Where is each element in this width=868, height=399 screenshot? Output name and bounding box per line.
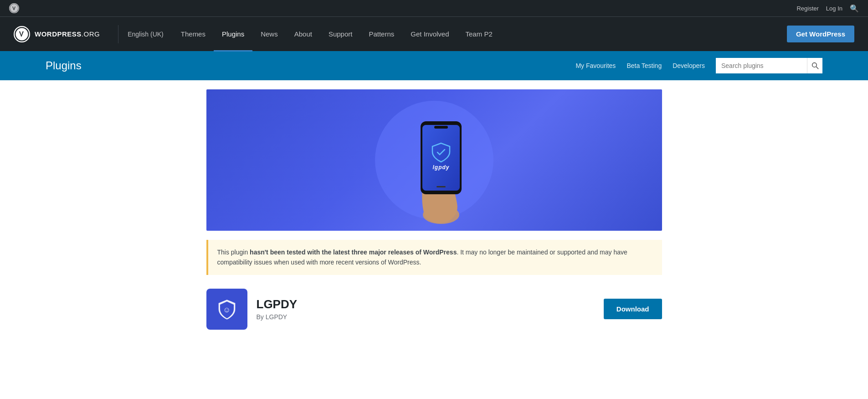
plugin-details: LGPDY By LGPDY [257,297,595,321]
plugin-search-container [716,58,822,73]
plugin-hero-image: lgpdy [375,94,493,226]
svg-text:lgpdy: lgpdy [432,164,449,171]
download-button[interactable]: Download [604,299,662,319]
plugins-sub-links: My Favourites Beta Testing Developers [575,58,822,73]
top-bar: Register Log In 🔍 [0,0,868,16]
brand-suffix: .org [82,30,100,38]
search-icon-top[interactable]: 🔍 [850,4,859,13]
search-button[interactable] [807,58,822,73]
plugin-name: LGPDY [257,297,595,311]
plugin-banner: lgpdy [206,89,662,231]
nav-about[interactable]: About [286,17,320,52]
search-input[interactable] [716,58,807,73]
main-nav: WordPress.org English (UK) Themes Plugin… [0,16,868,51]
svg-text:☺: ☺ [223,305,231,314]
plugin-icon: ☺ [206,289,247,330]
svg-line-3 [816,67,818,69]
login-link[interactable]: Log In [826,5,842,12]
top-bar-left [9,3,19,13]
plugins-page-title: Plugins [46,59,557,72]
banner-circle: lgpdy [375,101,493,219]
svg-rect-7 [422,125,460,191]
nav-team-p2[interactable]: Team P2 [457,17,501,52]
nav-plugins[interactable]: Plugins [214,17,252,52]
brand-logo[interactable]: WordPress.org [14,26,100,42]
notice-text-before: This plugin [217,249,250,256]
search-icon [812,62,819,69]
plugin-info-row: ☺ LGPDY By LGPDY Download [206,284,662,334]
wp-logo-small-icon [9,3,19,13]
svg-rect-8 [434,126,448,129]
my-favourites-link[interactable]: My Favourites [575,62,616,69]
svg-rect-10 [437,186,446,187]
nav-patterns[interactable]: Patterns [360,17,402,52]
warning-notice: This plugin hasn't been tested with the … [206,240,662,275]
wp-logo-main-icon [14,26,30,42]
plugins-bar: Plugins My Favourites Beta Testing Devel… [0,51,868,80]
developers-link[interactable]: Developers [673,62,705,69]
get-wordpress-button[interactable]: Get WordPress [787,26,854,42]
nav-themes[interactable]: Themes [173,17,214,52]
notice-text-bold: hasn't been tested with the latest three… [250,249,457,256]
nav-links: Themes Plugins News About Support Patter… [173,17,787,52]
nav-support[interactable]: Support [320,17,361,52]
top-bar-right: Register Log In 🔍 [796,4,859,13]
nav-get-involved[interactable]: Get Involved [402,17,457,52]
beta-testing-link[interactable]: Beta Testing [627,62,662,69]
plugin-author: By LGPDY [257,313,595,321]
content-area: lgpdy This plugin hasn't been tested wit… [206,80,662,352]
svg-point-2 [812,63,817,67]
nav-news[interactable]: News [252,17,286,52]
brand-text: WordPress.org [35,30,100,38]
plugin-shield-icon: ☺ [216,298,238,321]
register-link[interactable]: Register [796,5,818,12]
nav-divider [118,25,118,43]
language-selector[interactable]: English (UK) [128,31,164,38]
